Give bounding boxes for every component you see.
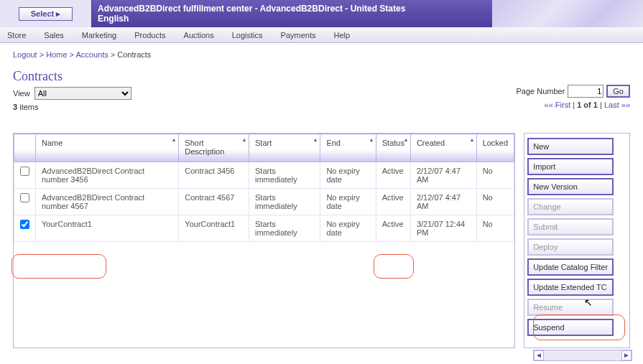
bc-current: Contracts bbox=[117, 50, 151, 59]
header-decoration bbox=[492, 0, 643, 27]
top-bar: Select ▸ AdvancedB2BDirect fulfillment c… bbox=[0, 0, 643, 27]
action-change: Change bbox=[527, 198, 614, 215]
cell-start: Starts immediately bbox=[249, 215, 320, 242]
scroll-left-icon[interactable]: ◄ bbox=[534, 350, 544, 360]
col-created[interactable]: Created▴ bbox=[410, 134, 476, 162]
col-locked-label: Locked bbox=[483, 139, 508, 147]
sort-icon: ▴ bbox=[314, 136, 317, 143]
cell-created: 2/12/07 4:47 AM bbox=[410, 162, 476, 189]
items-word: items bbox=[19, 103, 38, 111]
content: Logout > Home > Accounts > Contracts Con… bbox=[0, 43, 643, 355]
horizontal-scrollbar[interactable]: ◄ ► bbox=[533, 350, 632, 361]
cell-locked: No bbox=[476, 162, 514, 189]
col-desc[interactable]: Short Description▴ bbox=[179, 134, 249, 162]
cell-status: Active bbox=[376, 162, 410, 189]
col-end-label: End bbox=[326, 139, 341, 147]
first-link[interactable]: «« First bbox=[545, 101, 571, 109]
col-start[interactable]: Start▴ bbox=[249, 134, 320, 162]
row-checkbox[interactable] bbox=[20, 193, 29, 202]
cell-locked: No bbox=[476, 215, 514, 242]
bc-logout[interactable]: Logout bbox=[13, 50, 37, 59]
action-resume: Resume bbox=[527, 299, 614, 316]
bc-home[interactable]: Home bbox=[46, 50, 67, 59]
menu-logistics[interactable]: Logistics bbox=[232, 31, 263, 39]
cell-desc: Contract 4567 bbox=[179, 189, 249, 215]
table-row[interactable]: AdvancedB2BDirect Contract number 4567Co… bbox=[14, 189, 514, 215]
action-new-version[interactable]: New Version bbox=[527, 178, 614, 195]
menu-bar: Store Sales Marketing Products Auctions … bbox=[0, 27, 643, 43]
col-start-label: Start bbox=[255, 139, 272, 147]
main-area: Name▴ Short Description▴ Start▴ End▴ Sta… bbox=[13, 133, 630, 348]
bc-accounts[interactable]: Accounts bbox=[75, 50, 108, 59]
cell-desc: YourContract1 bbox=[179, 215, 249, 242]
actions-sidebar[interactable]: NewImportNew VersionChangeSubmitDeployUp… bbox=[524, 133, 630, 348]
table-row[interactable]: YourContract1YourContract1Starts immedia… bbox=[14, 215, 514, 242]
col-name-label: Name bbox=[42, 139, 63, 147]
breadcrumb: Logout > Home > Accounts > Contracts bbox=[13, 50, 630, 59]
menu-marketing[interactable]: Marketing bbox=[82, 31, 116, 39]
cell-end: No expiry date bbox=[320, 162, 376, 189]
cell-end: No expiry date bbox=[320, 215, 376, 242]
cell-status: Active bbox=[376, 215, 410, 242]
col-end[interactable]: End▴ bbox=[320, 134, 376, 162]
cell-name: AdvancedB2BDirect Contract number 3456 bbox=[36, 162, 179, 189]
page-title: Contracts bbox=[13, 69, 630, 84]
menu-auctions[interactable]: Auctions bbox=[184, 31, 214, 39]
cell-status: Active bbox=[376, 189, 410, 215]
cell-desc: Contract 3456 bbox=[179, 162, 249, 189]
sort-icon: ▴ bbox=[404, 136, 407, 143]
action-suspend[interactable]: Suspend bbox=[527, 319, 614, 336]
table-row[interactable]: AdvancedB2BDirect Contract number 3456Co… bbox=[14, 162, 514, 189]
sort-icon: ▴ bbox=[243, 136, 246, 143]
cell-locked: No bbox=[476, 189, 514, 215]
contracts-table: Name▴ Short Description▴ Start▴ End▴ Sta… bbox=[13, 133, 515, 348]
col-created-label: Created bbox=[417, 139, 445, 147]
app-title: AdvancedB2BDirect fulfillment center - A… bbox=[92, 0, 492, 27]
col-name[interactable]: Name▴ bbox=[36, 134, 179, 162]
cell-end: No expiry date bbox=[320, 189, 376, 215]
sort-icon: ▴ bbox=[370, 136, 373, 143]
items-number: 3 bbox=[13, 103, 17, 111]
col-status[interactable]: Status▴ bbox=[376, 134, 410, 162]
title-line1: AdvancedB2BDirect fulfillment center - A… bbox=[98, 4, 486, 14]
col-desc-label: Short Description bbox=[185, 139, 224, 156]
select-wrap: Select ▸ bbox=[0, 0, 92, 27]
action-import[interactable]: Import bbox=[527, 158, 614, 175]
page-nav: «« First | 1 of 1 | Last »» bbox=[516, 101, 630, 109]
select-button[interactable]: Select ▸ bbox=[19, 7, 73, 21]
menu-sales[interactable]: Sales bbox=[44, 31, 64, 39]
cell-start: Starts immediately bbox=[249, 162, 320, 189]
go-button[interactable]: Go bbox=[606, 85, 630, 98]
last-label: Last bbox=[604, 101, 619, 109]
col-status-label: Status bbox=[382, 139, 404, 147]
cell-created: 3/21/07 12:44 PM bbox=[410, 215, 476, 242]
row-checkbox[interactable] bbox=[20, 220, 29, 229]
menu-payments[interactable]: Payments bbox=[281, 31, 316, 39]
action-submit: Submit bbox=[527, 218, 614, 235]
last-link[interactable]: Last »» bbox=[604, 101, 630, 109]
title-line2: English bbox=[98, 14, 486, 24]
col-locked[interactable]: Locked bbox=[476, 134, 514, 162]
menu-help[interactable]: Help bbox=[333, 31, 350, 39]
page-number-label: Page Number bbox=[516, 87, 565, 95]
cell-start: Starts immediately bbox=[249, 189, 320, 215]
page-of: 1 of 1 bbox=[577, 101, 598, 109]
sort-icon: ▴ bbox=[172, 136, 175, 143]
row-checkbox[interactable] bbox=[20, 167, 29, 176]
cell-name: YourContract1 bbox=[36, 215, 179, 242]
col-check bbox=[14, 134, 36, 162]
view-label: View bbox=[13, 89, 30, 98]
action-update-catalog-filter[interactable]: Update Catalog Filter bbox=[527, 258, 614, 276]
sort-icon: ▴ bbox=[471, 136, 473, 143]
scroll-right-icon[interactable]: ► bbox=[621, 350, 632, 360]
cell-created: 2/12/07 4:47 AM bbox=[410, 189, 476, 215]
header-row: Name▴ Short Description▴ Start▴ End▴ Sta… bbox=[14, 134, 514, 162]
view-select[interactable]: All bbox=[34, 87, 131, 100]
page-number-input[interactable] bbox=[568, 85, 603, 98]
action-update-extended-tc[interactable]: Update Extended TC bbox=[527, 279, 614, 296]
action-new[interactable]: New bbox=[527, 138, 614, 155]
cell-name: AdvancedB2BDirect Contract number 4567 bbox=[36, 189, 179, 215]
menu-products[interactable]: Products bbox=[134, 31, 165, 39]
action-deploy: Deploy bbox=[527, 238, 614, 256]
menu-store[interactable]: Store bbox=[7, 31, 26, 39]
